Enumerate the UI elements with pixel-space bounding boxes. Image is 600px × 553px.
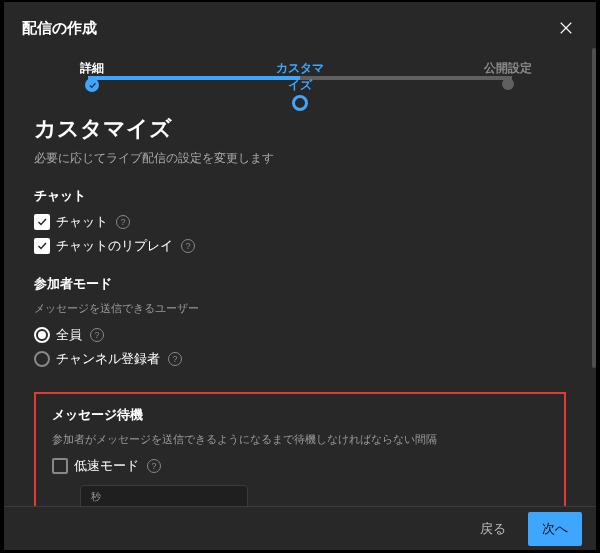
help-icon[interactable]: ? xyxy=(116,215,130,229)
seconds-field[interactable]: 秒 60 xyxy=(80,485,248,506)
step-visibility[interactable]: 公開設定 xyxy=(483,60,533,91)
step-details-dot xyxy=(85,78,99,92)
chat-replay-row[interactable]: チャットのリプレイ ? xyxy=(34,237,566,255)
seconds-unit: 秒 xyxy=(91,490,237,504)
close-button[interactable] xyxy=(554,16,578,40)
close-icon xyxy=(557,19,575,37)
step-customize[interactable]: カスタマイズ xyxy=(275,60,325,112)
participant-title: 参加者モード xyxy=(34,275,566,293)
dialog-footer: 戻る 次へ xyxy=(4,506,596,550)
page-title: カスタマイズ xyxy=(34,114,566,144)
participant-subs-radio[interactable] xyxy=(34,351,50,367)
wait-title: メッセージ待機 xyxy=(52,406,548,424)
check-icon xyxy=(88,81,97,90)
participant-subs-label: チャンネル登録者 xyxy=(56,350,160,368)
check-icon xyxy=(36,240,48,252)
scrollbar[interactable] xyxy=(592,48,596,368)
participant-desc: メッセージを送信できるユーザー xyxy=(34,301,566,316)
step-visibility-dot xyxy=(502,78,514,90)
next-button[interactable]: 次へ xyxy=(528,512,582,546)
participant-all-label: 全員 xyxy=(56,326,82,344)
chat-enable-checkbox[interactable] xyxy=(34,214,50,230)
back-button[interactable]: 戻る xyxy=(472,514,514,544)
step-details[interactable]: 詳細 xyxy=(67,60,117,93)
step-details-label: 詳細 xyxy=(67,60,117,77)
slowmode-label: 低速モード xyxy=(74,457,139,475)
step-line-progress xyxy=(88,76,300,80)
wait-desc: 参加者がメッセージを送信できるようになるまで待機しなければならない間隔 xyxy=(52,432,548,447)
help-icon[interactable]: ? xyxy=(90,328,104,342)
chat-replay-checkbox[interactable] xyxy=(34,238,50,254)
dialog: 配信の作成 詳細 カスタマイズ 公開設定 xyxy=(4,2,596,550)
participant-all-row[interactable]: 全員 ? xyxy=(34,326,566,344)
titlebar: 配信の作成 xyxy=(4,2,596,50)
dialog-body: 詳細 カスタマイズ 公開設定 カスタマイズ 必要に応じてライブ配信の設定を変更し… xyxy=(4,48,596,506)
step-visibility-label: 公開設定 xyxy=(483,60,533,77)
help-icon[interactable]: ? xyxy=(147,459,161,473)
chat-enable-label: チャット xyxy=(56,213,108,231)
step-customize-dot xyxy=(292,95,308,111)
check-icon xyxy=(36,216,48,228)
participant-all-radio[interactable] xyxy=(34,327,50,343)
chat-enable-row[interactable]: チャット ? xyxy=(34,213,566,231)
help-icon[interactable]: ? xyxy=(168,352,182,366)
dialog-title: 配信の作成 xyxy=(22,19,97,38)
slowmode-checkbox[interactable] xyxy=(52,458,68,474)
stepper: 詳細 カスタマイズ 公開設定 xyxy=(72,60,528,94)
slowmode-row[interactable]: 低速モード ? xyxy=(52,457,548,475)
help-icon[interactable]: ? xyxy=(181,239,195,253)
chat-section-title: チャット xyxy=(34,187,566,205)
participant-subs-row[interactable]: チャンネル登録者 ? xyxy=(34,350,566,368)
message-wait-box: メッセージ待機 参加者がメッセージを送信できるようになるまで待機しなければならな… xyxy=(34,392,566,506)
step-customize-label: カスタマイズ xyxy=(275,60,325,94)
page-subtitle: 必要に応じてライブ配信の設定を変更します xyxy=(34,150,566,167)
chat-replay-label: チャットのリプレイ xyxy=(56,237,173,255)
